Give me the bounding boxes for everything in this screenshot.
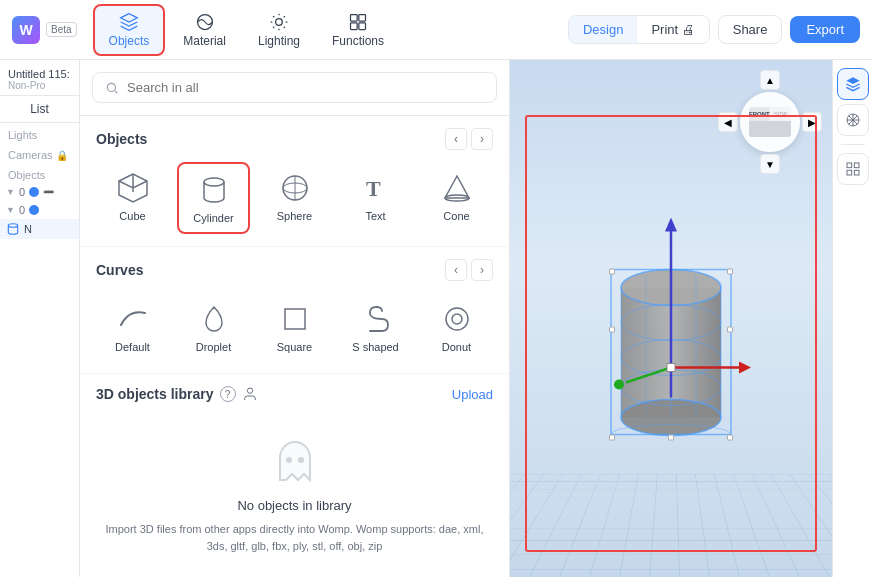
color-dot-1 [29, 187, 39, 197]
tool-functions[interactable]: Functions [318, 6, 398, 54]
object-item-cone[interactable]: Cone [420, 162, 493, 234]
tool-group: Objects Material Lighting [93, 4, 568, 56]
object-item-cube[interactable]: Cube [96, 162, 169, 234]
empty-library-title: No objects in library [237, 498, 351, 513]
object-item-sphere[interactable]: Sphere [258, 162, 331, 234]
grid-view-icon [845, 161, 861, 177]
main-content: Untitled 115: Non-Pro List Lights Camera… [0, 60, 872, 577]
solid-view-btn[interactable] [837, 68, 869, 100]
objects-next-btn[interactable]: › [471, 128, 493, 150]
svg-point-6 [8, 224, 17, 228]
person-icon [242, 386, 258, 402]
upload-link[interactable]: Upload [452, 387, 493, 402]
object-row-active[interactable]: N [0, 219, 79, 239]
donut-label: Donut [442, 341, 471, 353]
print-btn[interactable]: Print 🖨 [637, 16, 708, 43]
share-button[interactable]: Share [718, 15, 783, 44]
curves-section-header: Curves ‹ › [96, 259, 493, 281]
curve-item-square[interactable]: Square [258, 293, 331, 361]
tool-objects[interactable]: Objects [93, 4, 166, 56]
objects-section-header: Objects ‹ › [96, 128, 493, 150]
grid-view-btn[interactable] [837, 153, 869, 185]
square-label: Square [277, 341, 312, 353]
main-toolbar: W Beta Objects Material [0, 0, 872, 60]
svg-rect-45 [854, 170, 859, 175]
object-row-2[interactable]: ▼ 0 [0, 201, 79, 219]
svg-marker-35 [665, 217, 677, 231]
objects-section-title: Objects [96, 131, 147, 147]
solid-view-icon [845, 76, 861, 92]
cone-icon [439, 170, 475, 206]
empty-library: No objects in library Import 3D files fr… [96, 414, 493, 570]
curves-next-btn[interactable]: › [471, 259, 493, 281]
curve-item-donut[interactable]: Donut [420, 293, 493, 361]
wire-view-btn[interactable] [837, 104, 869, 136]
project-title: Untitled 115: [8, 68, 71, 80]
curve-item-default[interactable]: Default [96, 293, 169, 361]
objects-section: Objects ‹ › Cube [80, 116, 509, 246]
search-icon [105, 81, 119, 95]
svg-rect-5 [359, 22, 366, 29]
library-header: 3D objects library ? Upload [96, 386, 493, 402]
objects-prev-btn[interactable]: ‹ [445, 128, 467, 150]
left-sidebar: Untitled 115: Non-Pro List Lights Camera… [0, 60, 80, 577]
cylinder-label: Cylinder [193, 212, 233, 224]
svg-rect-3 [359, 14, 366, 21]
project-sub: Non-Pro [8, 80, 71, 91]
tool-material[interactable]: Material [169, 6, 240, 54]
svg-marker-37 [739, 361, 751, 373]
curve-item-droplet[interactable]: Droplet [177, 293, 250, 361]
object-item-cylinder[interactable]: Cylinder [177, 162, 250, 234]
donut-icon [439, 301, 475, 337]
svg-rect-40 [667, 363, 675, 371]
objects-panel: Objects ‹ › Cube [80, 60, 510, 577]
cameras-label: Cameras 🔒 [0, 143, 79, 163]
svg-text:T: T [366, 176, 381, 201]
svg-rect-4 [351, 22, 358, 29]
object-row-1[interactable]: ▼ 0 ➖ [0, 183, 79, 201]
s-shaped-icon [358, 301, 394, 337]
cylinder-3d [571, 217, 771, 441]
cube-icon [115, 170, 151, 206]
logo-icon: W [12, 16, 40, 44]
project-info: Untitled 115: Non-Pro [0, 60, 79, 96]
svg-point-15 [452, 314, 462, 324]
square-curve-icon [277, 301, 313, 337]
tool-lighting[interactable]: Lighting [244, 6, 314, 54]
list-tab[interactable]: List [0, 96, 79, 123]
cylinder-icon [196, 172, 232, 208]
objects-label: Objects [0, 163, 79, 183]
library-section: 3D objects library ? Upload No objects i… [80, 373, 509, 577]
help-icon[interactable]: ? [220, 386, 236, 402]
curves-nav-arrows: ‹ › [445, 259, 493, 281]
search-section [80, 60, 509, 116]
object-item-text[interactable]: T Text [339, 162, 412, 234]
nav-up-btn[interactable]: ▲ [760, 70, 780, 90]
selection-box [525, 115, 817, 552]
svg-rect-42 [847, 163, 852, 168]
viewport[interactable]: ▲ ◀ FRONT SIDE ▶ ▼ [510, 60, 832, 577]
text-icon: T [358, 170, 394, 206]
cylinder-3d-svg [571, 217, 771, 437]
cylinder-icon-small [6, 222, 20, 236]
curves-grid: Default Droplet [96, 293, 493, 361]
wire-view-icon [845, 112, 861, 128]
svg-rect-44 [847, 170, 852, 175]
curves-prev-btn[interactable]: ‹ [445, 259, 467, 281]
export-button[interactable]: Export [790, 16, 860, 43]
svg-point-39 [614, 379, 624, 389]
beta-badge: Beta [46, 22, 77, 37]
cube-label: Cube [119, 210, 145, 222]
ghost-icon [265, 430, 325, 490]
cone-label: Cone [443, 210, 469, 222]
app-logo: W Beta [12, 16, 77, 44]
sphere-label: Sphere [277, 210, 312, 222]
search-input[interactable] [127, 80, 484, 95]
svg-point-7 [107, 83, 115, 91]
svg-point-17 [286, 457, 292, 463]
design-btn[interactable]: Design [569, 16, 637, 43]
curve-item-sshaped[interactable]: S shaped [339, 293, 412, 361]
curves-section-title: Curves [96, 262, 143, 278]
toolbar-right: Design Print 🖨 Share Export [568, 15, 860, 44]
default-curve-icon [115, 301, 151, 337]
